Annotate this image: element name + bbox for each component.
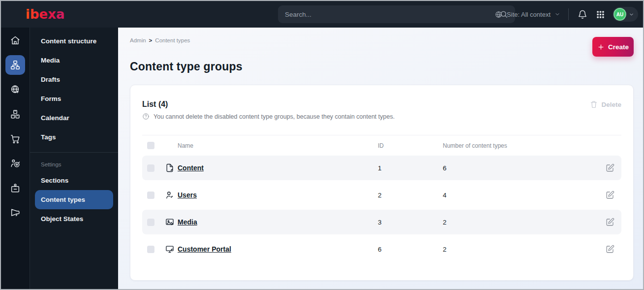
list-count-heading: List (4) bbox=[142, 100, 168, 109]
site-globe-icon bbox=[10, 84, 21, 95]
row-checkbox[interactable] bbox=[147, 246, 154, 253]
row-checkbox[interactable] bbox=[147, 219, 154, 226]
info-message: You cannot delete the disabled content t… bbox=[142, 113, 621, 120]
breadcrumb: Admin > Content types bbox=[130, 37, 634, 43]
globe-icon bbox=[494, 10, 503, 19]
user-menu[interactable]: AU bbox=[613, 7, 638, 22]
site-context-label: Site: All context bbox=[507, 11, 551, 18]
document-icon bbox=[165, 163, 178, 173]
app-grid-icon bbox=[596, 10, 605, 19]
group-id: 6 bbox=[378, 246, 443, 253]
avatar: AU bbox=[613, 8, 626, 21]
sidebar-item-tags[interactable]: Tags bbox=[35, 128, 113, 147]
row-checkbox[interactable] bbox=[147, 164, 154, 172]
sidebar-item-content-structure[interactable]: Content structure bbox=[35, 32, 113, 51]
chevron-down-icon bbox=[554, 11, 560, 17]
sidebar-divider bbox=[30, 152, 118, 153]
column-header-name: Name bbox=[178, 142, 378, 149]
plus-icon bbox=[597, 43, 605, 51]
create-button[interactable]: Create bbox=[592, 37, 634, 57]
group-name-link[interactable]: Users bbox=[178, 191, 378, 199]
panel-header: List (4) Delete bbox=[142, 100, 621, 109]
table-row: Customer Portal 6 2 bbox=[142, 237, 621, 261]
sidebar-menu: Content structure Media Drafts Forms Cal… bbox=[30, 28, 118, 289]
info-text: You cannot delete the disabled content t… bbox=[153, 113, 395, 120]
group-count: 2 bbox=[443, 246, 595, 253]
table-header-row: Name ID Number of content types bbox=[142, 135, 621, 156]
products-icon bbox=[10, 109, 21, 120]
column-header-count: Number of content types bbox=[443, 142, 595, 149]
breadcrumb-separator: > bbox=[149, 37, 153, 43]
table-row: Media 3 2 bbox=[142, 210, 621, 234]
rail-item-commerce[interactable] bbox=[5, 129, 25, 149]
edit-button[interactable] bbox=[606, 163, 614, 172]
sidebar-item-content-types[interactable]: Content types bbox=[35, 190, 113, 209]
target-audience-icon bbox=[10, 158, 21, 169]
content-type-groups-table: Name ID Number of content types Content bbox=[142, 135, 621, 261]
rail-item-admin[interactable] bbox=[5, 178, 25, 198]
trash-icon bbox=[590, 100, 598, 108]
rail-item-personalization[interactable] bbox=[5, 154, 25, 173]
group-id: 3 bbox=[378, 219, 443, 226]
site-context-selector[interactable]: Site: All context bbox=[494, 10, 560, 19]
edit-button[interactable] bbox=[606, 245, 614, 254]
edit-button[interactable] bbox=[606, 191, 614, 199]
content-tree-icon bbox=[10, 60, 21, 70]
group-name-link[interactable]: Media bbox=[178, 218, 378, 226]
edit-icon bbox=[606, 218, 614, 226]
create-button-label: Create bbox=[608, 43, 629, 51]
badge-icon bbox=[10, 183, 21, 193]
column-header-id: ID bbox=[378, 142, 443, 149]
sidebar-item-calendar[interactable]: Calendar bbox=[35, 108, 113, 128]
chevron-down-icon bbox=[629, 12, 634, 17]
global-search bbox=[278, 5, 515, 23]
group-id: 1 bbox=[378, 164, 443, 172]
group-count: 4 bbox=[443, 192, 595, 199]
rail-item-dashboard[interactable] bbox=[5, 31, 25, 50]
breadcrumb-admin[interactable]: Admin bbox=[130, 37, 146, 43]
delete-button[interactable]: Delete bbox=[590, 100, 621, 108]
edit-icon bbox=[606, 163, 614, 172]
svg-text:ibexa: ibexa bbox=[26, 7, 64, 22]
group-count: 2 bbox=[443, 219, 595, 226]
help-icon bbox=[142, 113, 150, 120]
table-row: Content 1 6 bbox=[142, 156, 621, 180]
sidebar-item-object-states[interactable]: Object States bbox=[35, 209, 113, 228]
select-all-checkbox[interactable] bbox=[147, 142, 154, 149]
sidebar-item-sections[interactable]: Sections bbox=[35, 171, 113, 190]
group-name-link[interactable]: Content bbox=[178, 164, 378, 172]
page-title: Content type groups bbox=[130, 60, 634, 73]
breadcrumb-current: Content types bbox=[155, 37, 190, 43]
edit-icon bbox=[606, 245, 614, 254]
home-icon bbox=[10, 35, 21, 46]
table-row: Users 2 4 bbox=[142, 183, 621, 207]
ibexa-logo[interactable]: ibexa bbox=[25, 6, 78, 23]
monitor-icon bbox=[165, 244, 178, 254]
topbar: ibexa Site: All context bbox=[1, 1, 643, 28]
user-icon bbox=[165, 190, 178, 200]
bell-icon bbox=[578, 9, 587, 19]
app-switcher-button[interactable] bbox=[595, 9, 606, 20]
group-name-link[interactable]: Customer Portal bbox=[178, 245, 378, 253]
edit-button[interactable] bbox=[606, 218, 614, 226]
content-type-groups-panel: List (4) Delete You cannot delete bbox=[130, 85, 634, 281]
sidebar-item-forms[interactable]: Forms bbox=[35, 89, 113, 108]
search-input[interactable] bbox=[285, 11, 494, 18]
sidebar-item-media[interactable]: Media bbox=[35, 51, 113, 70]
icon-rail bbox=[1, 28, 30, 289]
delete-button-label: Delete bbox=[601, 101, 621, 108]
edit-icon bbox=[606, 191, 614, 199]
group-id: 2 bbox=[378, 192, 443, 199]
megaphone-icon bbox=[10, 207, 21, 218]
notifications-button[interactable] bbox=[577, 8, 588, 20]
rail-item-products[interactable] bbox=[5, 104, 25, 124]
rail-item-site[interactable] bbox=[5, 80, 25, 99]
ibexa-logo-icon: ibexa bbox=[25, 6, 78, 23]
sidebar-item-drafts[interactable]: Drafts bbox=[35, 70, 113, 89]
row-checkbox[interactable] bbox=[147, 192, 154, 199]
topbar-divider bbox=[568, 8, 569, 20]
rail-item-content[interactable] bbox=[5, 55, 25, 75]
rail-item-campaigns[interactable] bbox=[5, 203, 25, 223]
sidebar-settings-label: Settings bbox=[30, 158, 118, 171]
topbar-right-cluster: Site: All context bbox=[494, 1, 638, 28]
